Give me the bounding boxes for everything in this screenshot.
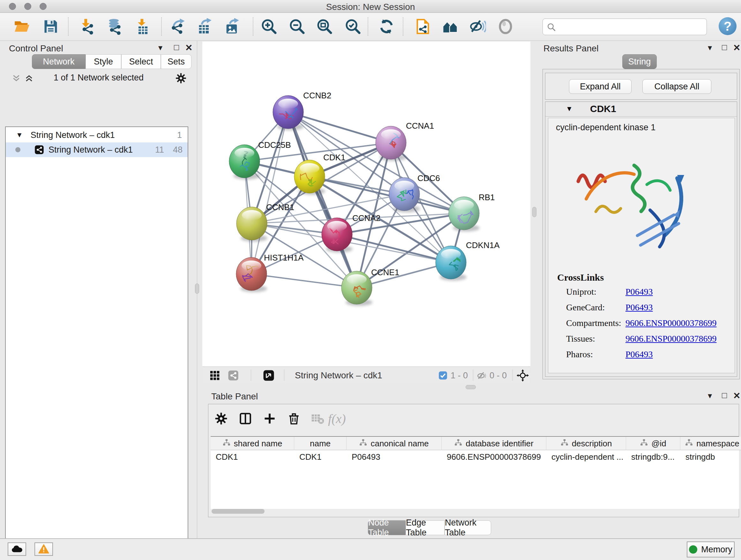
- tab-edge-table[interactable]: Edge Table: [406, 520, 445, 535]
- column-header-database-identifier[interactable]: database identifier: [442, 437, 546, 450]
- zoom-fit-button[interactable]: [314, 17, 335, 37]
- column-header-shared-name[interactable]: shared name: [211, 437, 294, 450]
- crosslink-link[interactable]: 9606.ENSP00000378699: [625, 334, 717, 344]
- horizontal-scrollbar-thumb[interactable]: [212, 509, 265, 514]
- zoom-out-button[interactable]: [286, 17, 308, 37]
- panel-menu-icon[interactable]: ▾: [158, 43, 162, 53]
- create-column-button[interactable]: [260, 410, 279, 428]
- export-network-button[interactable]: [167, 17, 188, 37]
- bottom-splitter-handle[interactable]: [466, 385, 476, 389]
- crosslink-link[interactable]: 9606.ENSP00000378699: [625, 318, 717, 328]
- cloud-status-button[interactable]: [8, 543, 26, 556]
- column-header-canonical-name[interactable]: canonical name: [347, 437, 442, 450]
- tab-network[interactable]: Network: [32, 54, 85, 69]
- help-button[interactable]: ?: [719, 17, 737, 35]
- column-header-name[interactable]: name: [294, 437, 347, 450]
- crosslink-link[interactable]: P06493: [625, 302, 653, 313]
- hide-selected-button[interactable]: [467, 17, 488, 37]
- tab-sets[interactable]: Sets: [161, 54, 192, 69]
- node-entry-header[interactable]: ▼ CDK1: [545, 102, 737, 117]
- warnings-button[interactable]: [35, 543, 53, 556]
- network-node-cdkn1a[interactable]: [435, 246, 467, 281]
- delete-column-button[interactable]: [285, 410, 303, 428]
- network-node-ccnb1[interactable]: [237, 207, 267, 242]
- network-collection-row[interactable]: ▼ String Network – cdk1 1: [6, 128, 188, 142]
- network-node-ccna1[interactable]: [376, 126, 407, 161]
- float-panel-icon[interactable]: □: [174, 43, 179, 52]
- table-cell[interactable]: 9606.ENSP00000378699: [442, 450, 546, 463]
- network-node-label: CCNA1: [406, 121, 434, 131]
- new-network-from-selection-button[interactable]: [412, 17, 433, 37]
- float-panel-icon[interactable]: □: [722, 43, 727, 52]
- zoom-selected-button[interactable]: [342, 17, 363, 37]
- network-node-rb1[interactable]: [449, 197, 480, 232]
- title-bar: Session: New Session: [0, 0, 741, 13]
- memory-button[interactable]: Memory: [687, 542, 735, 557]
- first-neighbors-button[interactable]: [440, 17, 461, 37]
- collapse-all-button[interactable]: Collapse All: [643, 79, 711, 94]
- close-panel-icon[interactable]: ✕: [185, 43, 192, 53]
- network-graph[interactable]: CCNB2CCNA1CDC25BCDK1CDC6RB1CCNB1CCNA2CDK…: [202, 42, 530, 367]
- table-options-button[interactable]: [212, 410, 230, 428]
- network-row-selected[interactable]: String Network – cdk1 11 48: [6, 142, 188, 157]
- column-type-icon: [454, 438, 462, 449]
- save-session-button[interactable]: [40, 17, 61, 37]
- network-edge-ccnb2-hist1h1a[interactable]: [252, 112, 288, 274]
- import-network-from-file-button[interactable]: [77, 17, 98, 37]
- column-header-namespace[interactable]: namespace: [680, 437, 741, 450]
- panel-menu-icon[interactable]: ▾: [708, 43, 712, 53]
- network-node-hist1h1a[interactable]: [236, 257, 267, 292]
- network-node-cdc6[interactable]: [389, 178, 420, 212]
- import-network-from-database-button[interactable]: [104, 17, 125, 37]
- network-node-cdc25b[interactable]: [229, 145, 260, 179]
- grid-view-icon[interactable]: [209, 370, 220, 382]
- network-edge-ccna2-cdkn1a[interactable]: [337, 234, 451, 262]
- column-header-description[interactable]: description: [546, 437, 626, 450]
- tab-string[interactable]: String: [622, 54, 657, 69]
- table-cell[interactable]: CDK1: [294, 450, 347, 463]
- network-canvas[interactable]: CCNB2CCNA1CDC25BCDK1CDC6RB1CCNB1CCNA2CDK…: [202, 42, 530, 367]
- network-edge-ccnb2-ccna1[interactable]: [288, 112, 391, 143]
- table-cell[interactable]: stringdb: [680, 450, 741, 463]
- tab-network-table[interactable]: Network Table: [445, 520, 491, 535]
- tab-style[interactable]: Style: [85, 54, 121, 69]
- search-input[interactable]: [559, 20, 702, 34]
- hidden-eye-slash-icon[interactable]: [477, 371, 487, 382]
- table-cell[interactable]: cyclin-dependent ...: [546, 450, 626, 463]
- show-all-button[interactable]: [495, 17, 516, 37]
- entry-collapse-icon[interactable]: ▼: [566, 105, 573, 113]
- open-session-button[interactable]: [11, 17, 32, 37]
- network-options-gear-icon[interactable]: [175, 72, 187, 85]
- close-panel-icon[interactable]: ✕: [733, 43, 740, 53]
- table-cell[interactable]: P06493: [347, 450, 442, 463]
- birds-eye-view-icon[interactable]: [263, 370, 274, 382]
- crosslink-link[interactable]: P06493: [625, 287, 653, 297]
- left-splitter-handle[interactable]: [195, 284, 199, 294]
- export-image-button[interactable]: [221, 17, 243, 37]
- network-view-share-icon[interactable]: [228, 370, 239, 382]
- tree-expand-icon[interactable]: ▼: [16, 131, 23, 139]
- crosslink-link[interactable]: P06493: [625, 349, 653, 360]
- fit-content-crosshair-icon[interactable]: [516, 369, 529, 383]
- table-cell[interactable]: stringdb:9...: [626, 450, 680, 463]
- table-row[interactable]: CDK1CDK1P064939606.ENSP00000378699cyclin…: [211, 450, 741, 463]
- panel-menu-icon[interactable]: ▾: [708, 391, 712, 401]
- expand-all-button[interactable]: Expand All: [569, 79, 631, 94]
- right-splitter-handle[interactable]: [532, 207, 536, 217]
- tab-select[interactable]: Select: [121, 54, 161, 69]
- selected-checkbox-icon[interactable]: [439, 371, 448, 381]
- network-node-cdk1[interactable]: [294, 160, 325, 195]
- float-panel-icon[interactable]: □: [722, 390, 727, 400]
- network-node-ccna2[interactable]: [322, 218, 353, 253]
- table-cell[interactable]: CDK1: [211, 450, 294, 463]
- column-header--id[interactable]: @id: [626, 437, 680, 450]
- tab-node-table[interactable]: Node Table: [368, 520, 406, 535]
- close-panel-icon[interactable]: ✕: [733, 390, 740, 401]
- export-table-button[interactable]: [194, 17, 215, 37]
- show-column-selector-button[interactable]: [236, 410, 255, 428]
- zoom-in-button[interactable]: [259, 17, 280, 37]
- apply-layout-button[interactable]: [376, 17, 397, 37]
- import-table-from-file-button[interactable]: [132, 17, 153, 37]
- network-edge-hist1h1a-ccne1[interactable]: [252, 274, 357, 288]
- network-node-ccne1[interactable]: [341, 271, 373, 306]
